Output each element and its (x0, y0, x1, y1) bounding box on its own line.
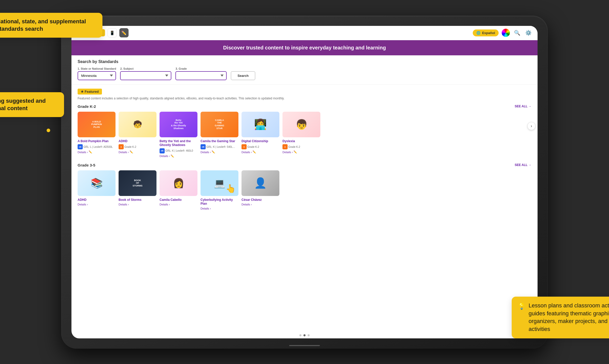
card-adhd35-details[interactable]: Details › (78, 203, 116, 206)
card-adhd35-title: ADHD (78, 198, 116, 202)
article-badge-digital: A (242, 144, 247, 149)
card-camila-gaming: CAMILATHEGAMINGSTAR Camila the Gaming St… (201, 112, 238, 158)
card-pumpkin-plan: A BOLDPUMPKINPLAN A Bold Pumpkin Plan eB… (78, 112, 116, 158)
grade-35-cards: 📚 ADHD Details › BOOKOFSTORMS Book of St… (78, 170, 531, 210)
card-camila-title: Camila the Gaming Star (201, 139, 238, 143)
card-digital-meta: A Grade K-2 (242, 144, 259, 149)
hand-cursor-icon: 👆 (226, 184, 236, 193)
article-badge: A (119, 144, 124, 149)
yellow-dot-indicator (47, 129, 50, 132)
card-storms-title: Book of Storms (119, 198, 156, 202)
edit-small-icon: ✏️ (89, 150, 92, 154)
state-label: 1. State or National Standard (78, 67, 116, 70)
subject-select[interactable] (120, 71, 171, 80)
kid-reading-photo: 👦 (282, 112, 320, 137)
annotation-rotating: ☆ Rotating suggested and seasonal conten… (0, 92, 64, 117)
espanol-button[interactable]: 🌐 Español (473, 29, 499, 36)
card-adhd35-cover: 📚 (78, 170, 116, 196)
card-pumpkin-footer: eB GRL: L | Lexile®: AD500L (78, 144, 116, 149)
main-content: ★ Featured Featured content includes a s… (71, 85, 538, 338)
see-all-35[interactable]: SEE ALL → (515, 163, 531, 167)
standards-row: 1. State or National Standard Minnesota … (78, 67, 531, 80)
card-camila-footer: eB GRL: K | Lexile®: 540L… (201, 144, 238, 149)
laptop-icon: 💻 (214, 178, 225, 189)
annotation-lesson-text: Lesson plans and classroom activity guid… (529, 302, 609, 333)
edit-icon-button[interactable]: ✏️ (119, 28, 129, 37)
card-camila-meta: eB GRL: K | Lexile®: 540L… (201, 144, 235, 149)
card-adhd-k2: 🧒 ADHD A Grade K-2 Details › ✏️ (119, 112, 156, 158)
card-adhd-35: 📚 ADHD Details › (78, 170, 116, 210)
card-cabello-details[interactable]: Details › (160, 203, 197, 206)
edit-small-icon-5: ✏️ (253, 150, 256, 154)
grade-k2-title: Grade K-2 (78, 104, 96, 109)
search-button[interactable]: Search (231, 71, 255, 80)
annotation-lesson-plans: 💡 Lesson plans and classroom activity gu… (512, 297, 609, 338)
card-digital-cover: 👩‍💻 (242, 112, 279, 137)
card-cyberbully-title: Cyberbullying Activity Plan (201, 198, 238, 206)
card-pumpkin-details[interactable]: Details › ✏️ (78, 150, 116, 154)
edit-small-icon-6: ✏️ (293, 150, 297, 154)
student-desk-photo: 📚 (78, 170, 116, 196)
card-cabello-title: Camila Cabello (160, 198, 197, 202)
card-cesar-details[interactable]: Details › (242, 203, 279, 206)
card-dyslexia-details[interactable]: Details › ✏️ (282, 150, 320, 154)
card-digital-citizenship: 👩‍💻 Digital Citizenship A Grade K-2 Deta… (242, 112, 279, 158)
card-cyberbully-cover: 💻 👆 (201, 170, 238, 196)
card-cyberbully: 💻 👆 Cyberbullying Activity Plan Details … (201, 170, 238, 210)
home-indicator (289, 345, 320, 346)
card-pumpkin-meta: eB GRL: L | Lexile®: AD500L (78, 144, 113, 149)
screen-dots (299, 334, 310, 336)
grade-label: 3. Grade (175, 67, 227, 70)
tablet-screen: Pibble Go Next 📱 ✏️ 🌐 Español 🔍 ⚙️ Disco… (71, 26, 538, 338)
dot-3 (308, 334, 310, 336)
book-cover-title: A BOLDPUMPKINPLAN (90, 119, 103, 129)
card-digital-details[interactable]: Details › ✏️ (242, 150, 279, 154)
grade-k2-section: Grade K-2 SEE ALL → A BOLDPUMPKINPLAN A … (78, 104, 531, 158)
edit-small-icon-3: ✏️ (171, 154, 174, 158)
card-dyslexia-footer: A Grade K-2 (282, 144, 320, 149)
card-storms-details[interactable]: Details › (119, 203, 156, 206)
globe-icon: 🌐 (476, 31, 480, 35)
card-cesar-title: César Chávez (242, 198, 279, 202)
see-all-k2[interactable]: SEE ALL → (515, 105, 531, 108)
card-cyberbully-details[interactable]: Details › (201, 207, 238, 210)
card-adhd-details[interactable]: Details › ✏️ (119, 150, 156, 154)
color-wheel-icon[interactable] (502, 29, 510, 37)
kid-thinking-photo: 🧒 (119, 112, 156, 137)
woman-photo: 👩 (160, 170, 197, 196)
grade-select[interactable] (175, 71, 227, 80)
card-digital-footer: A Grade K-2 (242, 144, 279, 149)
grade-field: 3. Grade (175, 67, 227, 80)
search-icon[interactable]: 🔍 (513, 29, 521, 37)
card-digital-title: Digital Citizenship (242, 139, 279, 143)
card-betty-title: Betty the Yeti and the Ghostly Shadows (160, 139, 197, 147)
featured-description: Featured content includes a selection of… (78, 97, 531, 100)
card-adhd-cover: 🧒 (119, 112, 156, 137)
card-camila-cover: CAMILATHEGAMINGSTAR (201, 112, 238, 137)
card-betty-details[interactable]: Details › ✏️ (160, 154, 197, 158)
ebook-badge: eB (78, 144, 83, 149)
card-camila-details[interactable]: Details › ✏️ (201, 150, 238, 154)
annotation-rotating-text: Rotating suggested and seasonal content (0, 97, 58, 112)
grade-35-section: Grade 3-5 SEE ALL → 📚 ADHD Details › (78, 163, 531, 210)
state-select[interactable]: Minnesota (78, 71, 116, 80)
edit-small-icon-4: ✏️ (212, 150, 215, 154)
card-dyslexia-cover: 👦 (282, 112, 320, 137)
tablet-icon-button[interactable]: 📱 (108, 28, 117, 37)
card-betty-meta: eB GRL: K | Lexile®: 460L0 (160, 148, 193, 153)
featured-tag: ★ Featured (78, 89, 102, 95)
card-cesar-chavez: 👤 César Chávez Details › (242, 170, 279, 210)
annotation-standards-text: National, state, and supplemental standa… (0, 18, 96, 33)
grade-k2-cards: A BOLDPUMPKINPLAN A Bold Pumpkin Plan eB… (78, 112, 531, 158)
camila-cover-title: CAMILATHEGAMINGSTAR (214, 118, 225, 131)
card-cesar-cover: 👤 (242, 170, 279, 196)
betty-cover-title: Bettythe Yeti& the GhostlyShadows (170, 118, 187, 131)
settings-icon[interactable]: ⚙️ (524, 29, 532, 37)
hero-text: Discover trusted content to inspire ever… (76, 45, 533, 51)
card-camila-cabello: 👩 Camila Cabello Details › (160, 170, 197, 210)
carousel-next-arrow[interactable]: › (527, 122, 536, 130)
top-navigation: Pibble Go Next 📱 ✏️ 🌐 Español 🔍 ⚙️ (71, 26, 538, 40)
standards-section: Search by Standards 1. State or National… (71, 55, 538, 85)
state-field: 1. State or National Standard Minnesota (78, 67, 116, 80)
card-pumpkin-title: A Bold Pumpkin Plan (78, 139, 116, 143)
